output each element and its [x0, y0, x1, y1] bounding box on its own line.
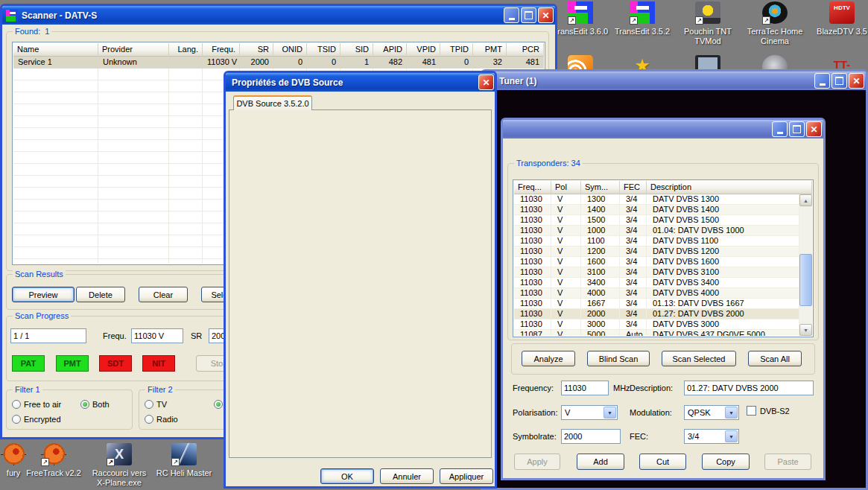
scan-selected-button[interactable]: Scan Selected — [662, 351, 736, 366]
table-row[interactable]: 11030V12003/4DATV DVBS 1200 — [514, 246, 799, 257]
radio-radio[interactable] — [145, 415, 153, 424]
description-field[interactable] — [684, 381, 814, 395]
table-row[interactable]: 11087V5000AutoDATV DVBS 437 DG0VE 5000 — [514, 330, 799, 336]
progress-field[interactable] — [10, 328, 86, 343]
table-row[interactable]: 11030V15003/4DATV DVBS 1500 — [514, 215, 799, 226]
modulation-select[interactable]: QPSK ▼ — [684, 405, 739, 420]
minimize-button[interactable] — [504, 7, 519, 23]
scroll-up-icon[interactable]: ▲ — [799, 194, 812, 206]
frequency-field[interactable] — [561, 381, 609, 395]
table-row[interactable]: 11030V13003/4DATV DVBS 1300 — [514, 194, 799, 205]
symbolrate-field[interactable] — [561, 429, 621, 444]
add-button[interactable]: Add — [577, 454, 624, 470]
desktop-icon-terratec[interactable]: ↗ TerraTec Home Cinema — [744, 1, 806, 46]
apply-button[interactable]: Appliquer — [440, 468, 493, 484]
filter1-label: Filter 1 — [13, 385, 42, 395]
table-row[interactable]: 11030V16673/401.13: DATV DVBS 1667 — [514, 299, 799, 309]
frequ-field[interactable] — [131, 328, 183, 343]
table-row[interactable]: 11030V34003/4DATV DVBS 3400 — [514, 278, 799, 288]
scanner-titlebar[interactable]: Scanner - DATV-S — [2, 6, 555, 25]
table-row[interactable]: 11030V30003/4DATV DVBS 3000 — [514, 319, 799, 330]
blind-scan-button[interactable]: Blind Scan — [587, 351, 650, 366]
preview-button[interactable]: Preview — [12, 287, 75, 302]
close-button[interactable]: ✕ — [806, 121, 822, 137]
column-header[interactable]: Lang. — [169, 43, 203, 57]
column-header[interactable]: TSID — [307, 43, 340, 57]
clear-button[interactable]: Clear — [139, 287, 188, 302]
analyze-button[interactable]: Analyze — [522, 351, 575, 366]
close-button[interactable]: ✕ — [538, 7, 554, 23]
column-header[interactable]: Sym... — [581, 181, 620, 194]
column-header[interactable]: SID — [340, 43, 373, 57]
transponders-header: Freq...PolSym...FECDescription — [514, 181, 812, 194]
dvbs2-checkbox[interactable] — [747, 406, 756, 416]
column-header[interactable]: PMT — [473, 43, 507, 57]
maximize-button[interactable] — [831, 73, 847, 89]
desktop-icon-blazedtv[interactable]: HDTV BlazeDTV 3.5 — [811, 1, 868, 36]
tv-radio[interactable] — [145, 400, 153, 409]
table-row[interactable]: 11030V14003/4DATV DVBS 1400 — [514, 205, 799, 215]
table-row[interactable]: 11030V40003/4DATV DVBS 4000 — [514, 288, 799, 299]
both-radio[interactable] — [80, 400, 89, 409]
minimize-button[interactable] — [772, 121, 788, 137]
table-row[interactable]: Service 1Unknown11030 V20000014824810324… — [13, 57, 544, 69]
filter2-both-radio[interactable] — [214, 400, 223, 409]
scrollbar[interactable]: ▲ ▼ — [799, 194, 812, 336]
dialog-titlebar[interactable]: Propriétés de DVB Source — [226, 73, 495, 92]
desktop-icon-freetrack[interactable]: ↗ FreeTrack v2.2 — [22, 443, 85, 478]
close-button[interactable]: ✕ — [478, 74, 494, 90]
column-header[interactable]: Freq... — [514, 181, 551, 194]
column-header[interactable]: Name — [13, 43, 98, 57]
free-to-air-radio[interactable] — [12, 400, 21, 409]
minimize-button[interactable] — [814, 73, 830, 89]
rc-heli-icon: ↗ — [171, 443, 197, 465]
scroll-down-icon[interactable]: ▼ — [799, 324, 812, 336]
table-row[interactable]: 11030V10003/401.04: DATV DVBS 1000 — [514, 226, 799, 236]
column-header[interactable]: Frequ. — [203, 43, 240, 57]
shortcut-arrow-icon: ↗ — [41, 458, 49, 466]
chevron-down-icon[interactable]: ▼ — [725, 407, 738, 419]
fec-select[interactable]: 3/4 ▼ — [684, 429, 739, 444]
ok-button[interactable]: OK — [320, 468, 374, 484]
column-header[interactable]: Provider — [98, 43, 169, 57]
dvbs2-label: DVB-S2 — [760, 407, 790, 416]
table-row[interactable]: 11030V16003/4DATV DVBS 1600 — [514, 257, 799, 267]
transponders-list[interactable]: Freq...PolSym...FECDescription 11030V130… — [513, 179, 814, 337]
column-header[interactable]: Description — [647, 181, 812, 194]
cut-button[interactable]: Cut — [639, 454, 686, 470]
desktop-icon-rcheli[interactable]: ↗ RC Heli Master — [151, 443, 218, 478]
polarisation-select[interactable]: V ▼ — [561, 405, 618, 420]
scan-all-button[interactable]: Scan All — [748, 351, 802, 366]
table-row[interactable]: 11030V20003/401.27: DATV DVBS 2000 — [514, 309, 799, 319]
maximize-button[interactable] — [521, 7, 536, 23]
desktop-icon-pouchin[interactable]: ↗ Pouchin TNT TVMod — [677, 1, 739, 46]
polarisation-value: V — [565, 408, 570, 417]
table-row[interactable]: 11030V31003/4DATV DVBS 3100 — [514, 267, 799, 278]
cancel-button[interactable]: Annuler — [380, 468, 434, 484]
paste-button[interactable]: Paste — [764, 454, 811, 470]
desktop-icon-transedit-352[interactable]: ↗ TransEdit 3.5.2 — [611, 1, 674, 36]
tuner-titlebar[interactable]: Tuner (1) — [483, 71, 866, 90]
column-header[interactable]: SR — [240, 43, 273, 57]
scroll-thumb[interactable] — [799, 254, 812, 306]
close-button[interactable]: ✕ — [849, 73, 864, 89]
shortcut-arrow-icon: ↗ — [171, 458, 180, 466]
apply-button[interactable]: Apply — [514, 454, 560, 470]
column-header[interactable]: Pol — [551, 181, 581, 194]
column-header[interactable]: VPID — [407, 43, 440, 57]
tab-dvb-source[interactable]: DVB Source 3.5.2.0 — [233, 95, 312, 110]
column-header[interactable]: PCR — [507, 43, 544, 57]
encrypted-radio[interactable] — [12, 415, 21, 424]
column-header[interactable]: ONID — [273, 43, 307, 57]
column-header[interactable]: TPID — [440, 43, 473, 57]
desktop-icon-transedit-360[interactable]: ↗ TransEdit 3.6.0 — [549, 1, 612, 36]
desktop-icon-xplane[interactable]: X↗ Raccourci vers X-Plane.exe — [88, 443, 151, 488]
maximize-button[interactable] — [789, 121, 805, 137]
copy-button[interactable]: Copy — [702, 454, 750, 470]
delete-button[interactable]: Delete — [76, 287, 125, 302]
column-header[interactable]: FEC — [620, 181, 647, 194]
chevron-down-icon[interactable]: ▼ — [725, 430, 738, 442]
column-header[interactable]: APID — [373, 43, 407, 57]
chevron-down-icon[interactable]: ▼ — [604, 407, 616, 419]
table-row[interactable]: 11030V11003/4DATV DVBS 1100 — [514, 236, 799, 246]
